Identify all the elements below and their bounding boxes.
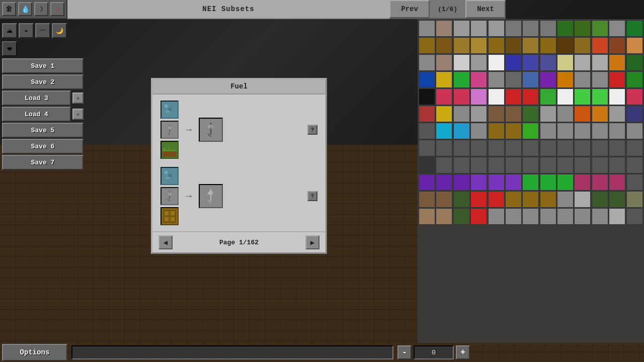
heart-icon-btn[interactable]: ❤ — [2, 41, 17, 56]
grid-item[interactable] — [609, 208, 625, 225]
grid-item[interactable] — [453, 140, 470, 156]
grid-item[interactable] — [592, 20, 608, 37]
grid-item[interactable] — [470, 140, 487, 156]
grid-item[interactable] — [626, 106, 643, 122]
grid-item[interactable] — [436, 123, 452, 139]
grid-item[interactable] — [488, 37, 505, 54]
amount-field[interactable] — [414, 345, 454, 359]
grid-item[interactable] — [626, 88, 643, 105]
save5-button[interactable]: Save 5 — [2, 123, 84, 138]
grid-item[interactable] — [505, 37, 522, 54]
grid-item[interactable] — [470, 37, 487, 54]
grid-item[interactable] — [540, 37, 556, 54]
grid-item[interactable] — [592, 140, 608, 156]
grid-item[interactable] — [453, 174, 470, 191]
recipe-1-item-1[interactable] — [160, 101, 179, 119]
grid-item[interactable] — [626, 191, 643, 208]
fuel-prev-button[interactable]: ◀ — [158, 235, 173, 249]
grid-item[interactable] — [470, 208, 487, 225]
grid-item[interactable] — [626, 123, 643, 139]
grid-item[interactable] — [609, 37, 625, 54]
grid-item[interactable] — [522, 208, 539, 225]
grid-item[interactable] — [574, 20, 591, 37]
grid-item[interactable] — [609, 140, 625, 156]
grid-item[interactable] — [626, 54, 643, 71]
crescent-icon-btn[interactable]: 🌙 — [52, 23, 67, 38]
delete-icon-btn[interactable]: 🗑 — [2, 2, 16, 16]
grid-item[interactable] — [609, 71, 625, 88]
grid-item[interactable] — [488, 88, 505, 105]
grid-item[interactable] — [592, 88, 608, 105]
grid-item[interactable] — [436, 157, 452, 173]
grid-item[interactable] — [557, 106, 574, 122]
grid-item[interactable] — [522, 123, 539, 139]
grid-item[interactable] — [626, 157, 643, 173]
recipe-1-help-button[interactable]: ? — [307, 125, 317, 135]
grid-item[interactable] — [505, 174, 522, 191]
recipe-2-item-1[interactable] — [160, 167, 179, 185]
grid-item[interactable] — [540, 88, 556, 105]
options-button[interactable]: Options — [2, 344, 67, 361]
grid-item[interactable] — [557, 191, 574, 208]
grid-item[interactable] — [453, 37, 470, 54]
grid-item[interactable] — [453, 157, 470, 173]
grid-item[interactable] — [436, 71, 452, 88]
recipe-1-item-3[interactable] — [160, 141, 179, 159]
grid-item[interactable] — [592, 71, 608, 88]
grid-item[interactable] — [522, 191, 539, 208]
grid-item[interactable] — [436, 208, 452, 225]
grid-item[interactable] — [436, 140, 452, 156]
grid-item[interactable] — [540, 157, 556, 173]
load4-x-button[interactable]: ✕ — [72, 109, 84, 120]
recipe-2-item-3[interactable] — [160, 207, 179, 225]
grid-item[interactable] — [470, 88, 487, 105]
grid-item[interactable] — [557, 140, 574, 156]
grid-item[interactable] — [522, 71, 539, 88]
recipe-2-output[interactable] — [199, 184, 223, 208]
grid-item[interactable] — [419, 157, 435, 173]
grid-item[interactable] — [574, 54, 591, 71]
grid-item[interactable] — [626, 174, 643, 191]
search-input[interactable] — [72, 349, 392, 356]
grid-item[interactable] — [453, 191, 470, 208]
grid-item[interactable] — [505, 71, 522, 88]
grid-item[interactable] — [453, 20, 470, 37]
grid-item[interactable] — [505, 191, 522, 208]
grid-item[interactable] — [522, 106, 539, 122]
grid-item[interactable] — [609, 191, 625, 208]
grid-item[interactable] — [470, 174, 487, 191]
grid-item[interactable] — [609, 157, 625, 173]
grid-item[interactable] — [436, 20, 452, 37]
grid-item[interactable] — [488, 123, 505, 139]
grid-item[interactable] — [453, 54, 470, 71]
prev-button[interactable]: Prev — [389, 0, 430, 18]
grid-item[interactable] — [522, 140, 539, 156]
grid-item[interactable] — [574, 106, 591, 122]
grid-item[interactable] — [505, 88, 522, 105]
grid-item[interactable] — [592, 208, 608, 225]
grid-item[interactable] — [488, 191, 505, 208]
grid-item[interactable] — [453, 208, 470, 225]
grid-item[interactable] — [557, 174, 574, 191]
grid-item[interactable] — [540, 174, 556, 191]
grid-item[interactable] — [609, 106, 625, 122]
load3-x-button[interactable]: ✕ — [72, 93, 84, 104]
grid-item[interactable] — [540, 140, 556, 156]
grid-item[interactable] — [522, 174, 539, 191]
grid-item[interactable] — [557, 88, 574, 105]
grid-item[interactable] — [488, 20, 505, 37]
grid-item[interactable] — [505, 123, 522, 139]
grid-item[interactable] — [419, 37, 435, 54]
grid-item[interactable] — [436, 106, 452, 122]
grid-item[interactable] — [609, 88, 625, 105]
save7-button[interactable]: Save 7 — [2, 155, 84, 170]
grid-item[interactable] — [574, 174, 591, 191]
grid-item[interactable] — [419, 71, 435, 88]
grid-item[interactable] — [592, 106, 608, 122]
grid-item[interactable] — [574, 123, 591, 139]
grid-item[interactable] — [574, 37, 591, 54]
grid-item[interactable] — [626, 20, 643, 37]
grid-item[interactable] — [419, 106, 435, 122]
grid-item[interactable] — [488, 208, 505, 225]
grid-item[interactable] — [557, 157, 574, 173]
